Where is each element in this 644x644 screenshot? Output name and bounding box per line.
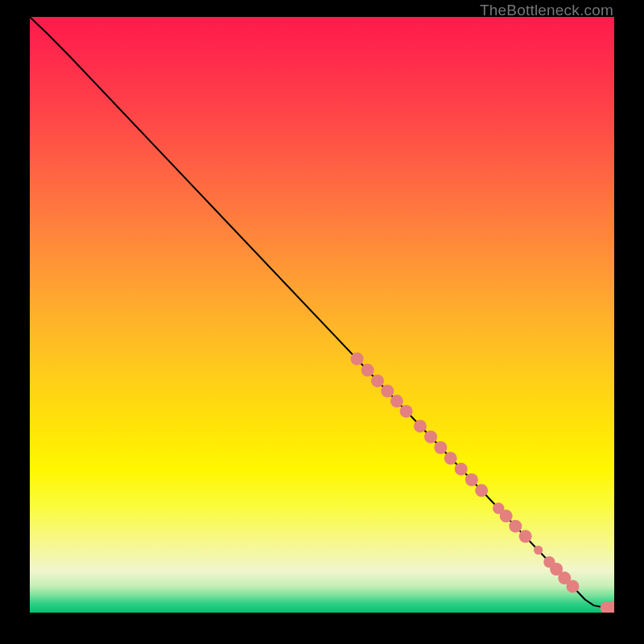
data-marker xyxy=(534,546,543,555)
watermark-text: TheBottleneck.com xyxy=(480,2,613,19)
data-marker xyxy=(400,405,413,418)
data-marker xyxy=(444,452,457,464)
data-marker xyxy=(361,364,374,377)
curve-line xyxy=(30,17,614,607)
data-marker xyxy=(455,463,468,476)
data-marker xyxy=(434,441,447,454)
data-marker xyxy=(424,431,437,444)
data-marker xyxy=(371,374,384,387)
data-marker xyxy=(566,580,579,592)
data-marker xyxy=(390,394,403,407)
plot-area xyxy=(30,17,614,613)
data-marker xyxy=(475,484,488,497)
data-marker xyxy=(351,353,364,365)
data-marker xyxy=(381,385,394,398)
data-marker xyxy=(465,473,478,486)
chart-canvas: TheBottleneck.com xyxy=(0,0,644,644)
marker-layer xyxy=(351,353,614,613)
data-marker xyxy=(519,530,532,543)
data-marker xyxy=(500,510,513,522)
data-marker xyxy=(414,419,427,432)
chart-overlay xyxy=(30,17,614,613)
data-marker xyxy=(509,520,522,533)
